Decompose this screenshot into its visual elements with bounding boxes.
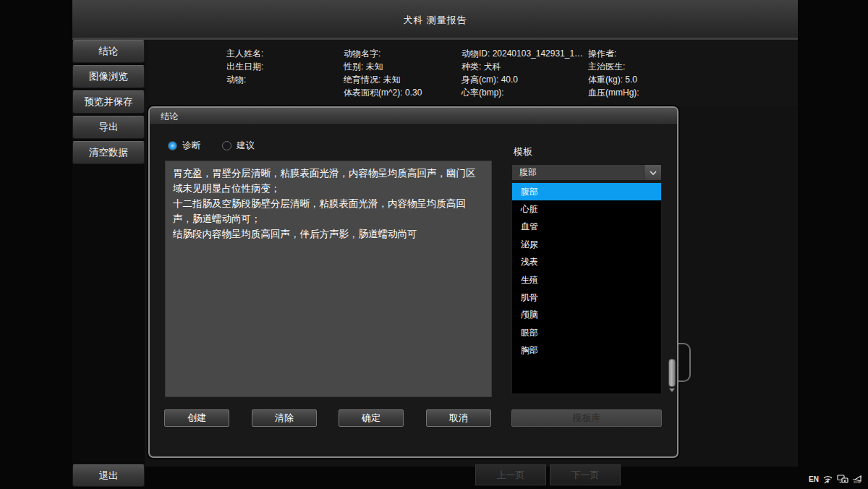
- radio-selected-icon: [168, 141, 177, 150]
- patient-info-col4: 操作者: 主治医生: 体重(kg): 5.0 血压(mmHg):: [588, 47, 639, 99]
- radio-diagnosis-label: 诊断: [182, 140, 200, 152]
- exit-button[interactable]: 退出: [72, 464, 145, 487]
- scrollbar-down-arrow-icon[interactable]: [668, 387, 676, 394]
- bottom-bar: 退出 上一页 下一页 EN: [0, 467, 868, 489]
- window-title: 犬科 测量报告: [72, 14, 798, 27]
- template-option-musculoskeletal[interactable]: 肌骨: [512, 289, 661, 306]
- template-option-eye[interactable]: 眼部: [512, 324, 661, 341]
- sidebar-item-conclusion[interactable]: 结论: [72, 40, 145, 63]
- patient-info-col2: 动物名字: 性别: 未知 绝育情况: 未知 体表面积(m^2): 0.30: [344, 47, 422, 99]
- template-option-reproductive[interactable]: 生殖: [512, 271, 661, 289]
- dialog-title: 结论: [150, 108, 677, 125]
- system-tray: EN: [809, 475, 862, 484]
- template-option-heart[interactable]: 心脏: [512, 200, 661, 218]
- radio-diagnosis[interactable]: 诊断: [168, 140, 200, 152]
- patient-info-panel: 主人姓名: 出生日期: 动物: 动物名字: 性别: 未知 绝育情况: 未知 体表…: [148, 40, 798, 106]
- sidebar: 结论 图像浏览 预览并保存 导出 清空数据: [72, 40, 145, 467]
- dcm-label: DCM: [854, 481, 860, 484]
- template-options-list: 腹部 心脏 血管 泌尿 浅表 生殖 肌骨 颅脑 眼部 胸部: [511, 182, 662, 394]
- neuter-status-field: 绝育情况: 未知: [344, 73, 422, 86]
- screen: 犬科 测量报告 结论 图像浏览 预览并保存 导出 清空数据 主人姓名: 出生日期…: [0, 0, 868, 489]
- scrollbar-thumb[interactable]: [668, 359, 676, 387]
- template-option-superficial[interactable]: 浅表: [512, 254, 661, 271]
- dialog-side-handle[interactable]: [678, 343, 691, 382]
- animal-name-field: 动物名字:: [344, 47, 422, 60]
- patient-info-col3: 动物ID: 20240103_142931_1… 种类: 犬科 身高(cm): …: [461, 47, 583, 99]
- gender-field: 性别: 未知: [344, 60, 422, 73]
- wireless-off-icon[interactable]: [822, 475, 833, 484]
- previous-page-button[interactable]: 上一页: [475, 464, 546, 485]
- template-option-urinary[interactable]: 泌尿: [512, 236, 661, 253]
- birth-date-field: 出生日期:: [226, 60, 263, 73]
- template-list-scrollbar[interactable]: [668, 182, 676, 394]
- template-dropdown-value: 腹部: [512, 166, 644, 179]
- template-option-vascular[interactable]: 血管: [512, 218, 661, 236]
- dcm-horn-icon[interactable]: DCM: [852, 475, 862, 484]
- radio-suggestion-label: 建议: [237, 140, 255, 152]
- animal-id-field: 动物ID: 20240103_142931_1…: [461, 47, 583, 60]
- template-option-chest[interactable]: 胸部: [512, 342, 661, 360]
- animal-field: 动物:: [226, 73, 263, 86]
- sidebar-item-preview-save[interactable]: 预览并保存: [72, 90, 145, 114]
- window-titlebar: 犬科 测量报告: [72, 0, 798, 40]
- sidebar-item-export[interactable]: 导出: [72, 116, 145, 139]
- template-option-cranial[interactable]: 颅脑: [512, 307, 661, 324]
- next-page-button[interactable]: 下一页: [550, 464, 621, 485]
- heart-rate-field: 心率(bmp):: [461, 86, 583, 99]
- template-library-button-disabled: 模板库: [511, 409, 662, 427]
- language-indicator[interactable]: EN: [809, 475, 819, 483]
- ok-button[interactable]: 确定: [339, 409, 404, 427]
- body-surface-area-field: 体表面积(m^2): 0.30: [344, 86, 422, 99]
- radio-unselected-icon: [222, 141, 231, 150]
- operator-field: 操作者:: [588, 47, 639, 60]
- blood-pressure-field: 血压(mmHg):: [588, 86, 639, 99]
- attending-doctor-field: 主治医生:: [588, 60, 639, 73]
- weight-field: 体重(kg): 5.0: [588, 73, 639, 86]
- template-label: 模板: [514, 145, 532, 158]
- conclusion-dialog: 结论 诊断 建议 胃充盈，胃壁分层清晰，粘膜表面光滑，内容物呈均质高回声，幽门区…: [148, 106, 678, 458]
- owner-name-field: 主人姓名:: [226, 47, 263, 60]
- clear-button[interactable]: 清除: [252, 409, 317, 427]
- template-dropdown[interactable]: 腹部: [511, 164, 662, 181]
- radio-suggestion[interactable]: 建议: [222, 140, 255, 152]
- template-option-abdomen[interactable]: 腹部: [512, 183, 661, 200]
- create-button[interactable]: 创建: [164, 409, 229, 427]
- cancel-button[interactable]: 取消: [426, 409, 491, 427]
- species-field: 种类: 犬科: [461, 60, 583, 73]
- patient-info-col1: 主人姓名: 出生日期: 动物:: [226, 47, 263, 86]
- sidebar-item-image-browse[interactable]: 图像浏览: [72, 65, 145, 88]
- sidebar-item-clear-data[interactable]: 清空数据: [72, 141, 145, 164]
- chevron-down-icon[interactable]: [644, 165, 661, 180]
- conclusion-textarea[interactable]: 胃充盈，胃壁分层清晰，粘膜表面光滑，内容物呈均质高回声，幽门区域未见明显占位性病…: [165, 161, 492, 397]
- radio-group: 诊断 建议: [168, 140, 255, 152]
- height-field: 身高(cm): 40.0: [461, 73, 583, 86]
- network-disconnected-icon[interactable]: [837, 475, 848, 484]
